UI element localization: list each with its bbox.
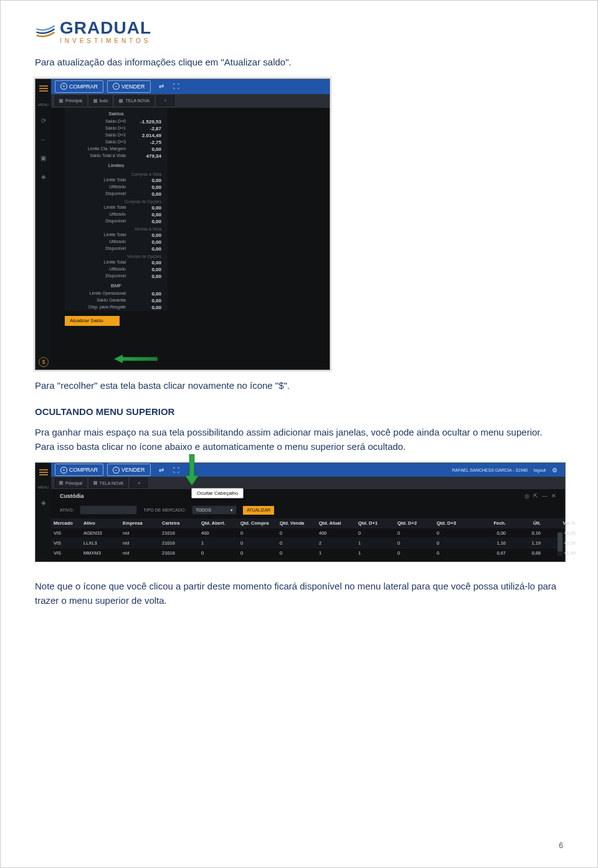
- bmf-title: BMF: [65, 280, 168, 290]
- col-header: Fech.: [473, 518, 508, 528]
- layers-icon[interactable]: ◈: [39, 498, 48, 507]
- buy-label: COMPRAR: [69, 83, 98, 90]
- svg-marker-0: [114, 355, 158, 363]
- top-bar: +COMPRAR −VENDER ⇄ ⛶: [51, 79, 330, 94]
- scrollbar[interactable]: [558, 532, 562, 556]
- brand-tagline: INVESTIMENTOS: [60, 38, 151, 44]
- layers-icon[interactable]: ◈: [39, 173, 48, 181]
- col-header: Qtd. D+2: [395, 518, 434, 528]
- col-header: Empresa: [120, 518, 159, 528]
- subhead-compras-vista: Compras à Vista: [65, 170, 168, 177]
- balance-row: Utilizado0,00: [65, 211, 168, 218]
- balance-row: Disponível0,00: [65, 218, 168, 225]
- swap-icon[interactable]: ⇄: [157, 82, 166, 91]
- expand-icon[interactable]: ⛶: [172, 465, 181, 474]
- menu-icon[interactable]: [39, 85, 48, 87]
- config-icon[interactable]: ◎: [524, 493, 529, 499]
- annotation-arrow-down: [185, 454, 199, 488]
- subhead-vendas-opcoes: Vendas de Opções: [65, 252, 168, 259]
- balance-row: Disponível0,00: [65, 246, 168, 252]
- col-header: Qtd. Venda: [277, 518, 316, 528]
- balance-row: Saldo Total à Vista479,34: [65, 153, 168, 160]
- table-row[interactable]: VISLLXL3n/d2101610021001,161,19+2,592,38: [51, 538, 565, 548]
- brand-name: GRADUAL: [60, 19, 151, 37]
- col-header: Qtd. Atual: [316, 518, 356, 528]
- gear-icon[interactable]: ⚙: [552, 467, 558, 474]
- balance-row: Saldo Garantia0,00: [65, 297, 168, 304]
- dollar-icon[interactable]: $: [39, 357, 49, 367]
- custodia-table: MercadoAtivoEmpresaCarteiraQtd. Abert.Qt…: [51, 518, 565, 561]
- sell-button[interactable]: −VENDER: [107, 80, 151, 93]
- expand-icon[interactable]: ⛶: [172, 82, 181, 91]
- update-balance-button[interactable]: Atualizar Saldo: [65, 316, 120, 326]
- table-row[interactable]: VISMMXM3n/d2101600011000,670,68+1,490,68: [51, 548, 565, 558]
- balance-row: Saldo D+1-2,87: [65, 125, 168, 132]
- label-tipo-mercado: TIPO DE MERCADO:: [143, 508, 186, 512]
- table-header: MercadoAtivoEmpresaCarteiraQtd. Abert.Qt…: [51, 518, 565, 528]
- buy-button[interactable]: +COMPRAR: [55, 80, 103, 93]
- balance-row: Utilizado0,00: [65, 266, 168, 273]
- menu-icon[interactable]: [39, 469, 48, 470]
- window-controls: ◎ ⇱ — ✕: [524, 493, 556, 499]
- paragraph-1: Para atualização das informações clique …: [35, 55, 563, 70]
- refresh-icon[interactable]: ⟳: [39, 117, 48, 125]
- tab-strip: Principal TELA NOVA +: [51, 477, 565, 489]
- subhead-compras-opcoes: Compras de Opções: [65, 198, 168, 204]
- vertical-sidebar: MENU ⟳ ← ▣ ◈ $: [36, 79, 51, 370]
- col-header: Qtd. D+1: [356, 518, 395, 528]
- saldos-title: Saldos: [65, 108, 168, 118]
- balance-row: Limite Total0,00: [65, 204, 168, 211]
- tab-tela-nova[interactable]: TELA NOVA: [115, 95, 153, 106]
- user-name: RAFAEL SANCHESS GARCIA - 31940: [452, 468, 528, 472]
- tab-tela-nova[interactable]: TELA NOVA: [89, 478, 128, 488]
- back-icon[interactable]: ←: [39, 135, 48, 144]
- paragraph-2: Para "recolher" esta tela basta clicar n…: [35, 379, 563, 393]
- balance-row: Saldo D+3-2,75: [65, 139, 168, 146]
- balance-row: Utilizado0,00: [65, 184, 168, 191]
- pop-icon[interactable]: ⇱: [533, 493, 538, 499]
- atualizar-button[interactable]: ATUALIZAR: [243, 506, 274, 515]
- minimize-icon[interactable]: —: [542, 493, 548, 499]
- buy-button[interactable]: +COMPRAR: [55, 464, 103, 476]
- paragraph-3: Pra ganhar mais espaço na sua tela possi…: [35, 426, 563, 454]
- col-header: Qtd. D+3: [434, 518, 473, 528]
- balance-row: Limite Total0,00: [65, 177, 168, 184]
- tab-principal[interactable]: Principal: [55, 478, 87, 488]
- col-header: Total: [578, 518, 598, 528]
- col-header: Mercado: [51, 518, 81, 528]
- annotation-arrow-left: [114, 355, 158, 363]
- col-header: Qtd. Compra: [238, 518, 277, 528]
- paragraph-4: Note que o ícone que você clicou a parti…: [35, 579, 563, 608]
- balance-row: Limite Operacional0,00: [65, 290, 168, 297]
- limites-title: Limites: [65, 160, 168, 170]
- tipo-mercado-select[interactable]: TODOS▾: [192, 505, 237, 515]
- col-header: Carteira: [159, 518, 199, 528]
- sell-button[interactable]: −VENDER: [107, 464, 151, 476]
- balance-row: Disp. para Resgate0,00: [65, 304, 168, 311]
- heading-ocultando: OCULTANDO MENU SUPERIOR: [35, 406, 563, 417]
- brand-header: GRADUAL INVESTIMENTOS: [35, 19, 563, 44]
- tab-principal[interactable]: Principal: [55, 95, 87, 106]
- scrollbar-thumb[interactable]: [558, 533, 562, 551]
- ativo-input[interactable]: [80, 505, 137, 515]
- screenshot-saldos: MENU ⟳ ← ▣ ◈ $ +COMPRAR −VENDER ⇄ ⛶ Prin…: [35, 79, 330, 370]
- swap-icon[interactable]: ⇄: [157, 465, 166, 474]
- balance-row: Limite Total0,00: [65, 259, 168, 266]
- tab-tudo[interactable]: tudo: [89, 95, 113, 106]
- col-header: Qtd. Abert.: [199, 518, 238, 528]
- table-row[interactable]: VISAGEN33n/d21016400004000000,000,16+0,0…: [51, 528, 565, 538]
- brand-icon: [35, 24, 56, 40]
- buy-label: COMPRAR: [69, 467, 98, 473]
- panel-title-custodia: Custódia: [60, 493, 84, 499]
- tab-add[interactable]: +: [156, 95, 174, 106]
- tab-add[interactable]: +: [130, 478, 148, 488]
- chevron-down-icon: ▾: [230, 508, 233, 513]
- menu-label: MENU: [38, 485, 49, 489]
- sell-label: VENDER: [121, 467, 145, 473]
- sell-label: VENDER: [121, 83, 145, 90]
- close-icon[interactable]: ✕: [551, 493, 556, 499]
- saldos-panel: Saldos Saldo D+0-1.529,53Saldo D+1-2,87S…: [65, 108, 168, 311]
- book-icon[interactable]: ▣: [39, 154, 48, 163]
- vertical-sidebar: MENU ◈: [36, 463, 51, 561]
- logout-link[interactable]: logout: [534, 468, 546, 472]
